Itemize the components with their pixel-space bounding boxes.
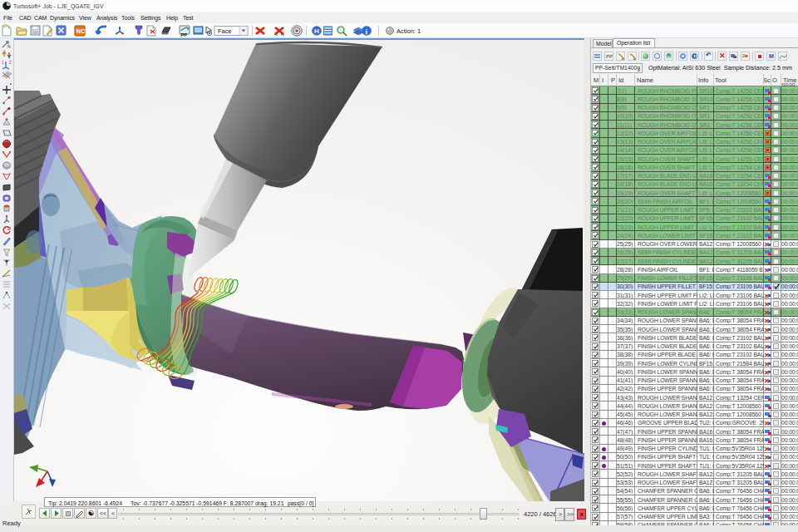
svg-text:H: H xyxy=(314,27,319,35)
svg-text:1: 1 xyxy=(2,61,4,65)
svg-text:NC: NC xyxy=(76,27,86,35)
svg-text:Action: 1: Action: 1 xyxy=(397,27,421,35)
svg-text:N: N xyxy=(7,44,11,49)
svg-text:2: 2 xyxy=(9,61,12,65)
svg-text:Face: Face xyxy=(218,27,232,35)
svg-text:PP: PP xyxy=(181,32,188,37)
